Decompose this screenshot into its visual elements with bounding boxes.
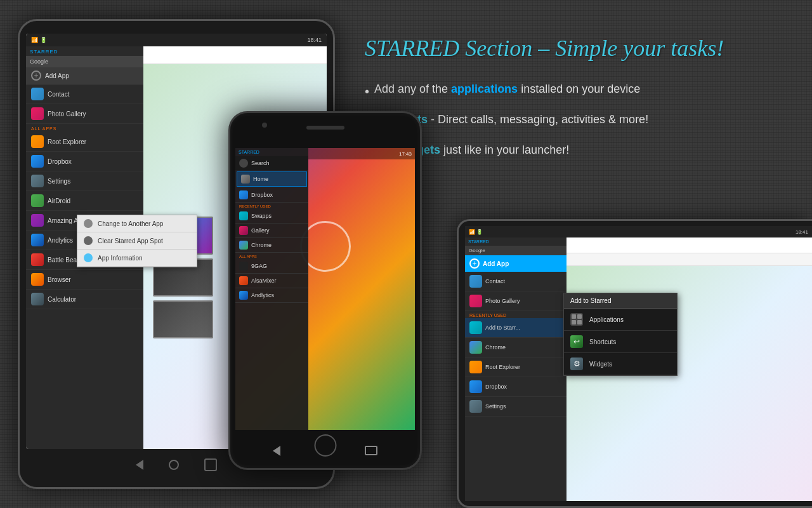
phone-swapps-label: Swapps — [251, 213, 272, 219]
dropdown-shortcuts[interactable]: ↩ Shortcuts — [564, 331, 677, 353]
bullet-widgets: • Add widgets just like in your launcher… — [365, 142, 799, 161]
right-starred-label: STARRED — [465, 237, 566, 246]
sidebar-root[interactable]: Root Explorer — [26, 132, 143, 152]
right-photo-label: Photo Gallery — [485, 298, 520, 304]
phone-dropbox-row[interactable]: Dropbox — [235, 188, 308, 203]
context-app-info[interactable]: App Information — [77, 250, 197, 267]
thumbnail-3 — [153, 300, 213, 338]
right-recently-label: RECENTLY USED — [465, 311, 566, 318]
phone-swapps-row[interactable]: Swapps — [235, 209, 308, 224]
recent-button[interactable] — [204, 458, 217, 471]
right-status-time: 18:41 — [796, 229, 808, 235]
plus-icon: + — [31, 70, 41, 81]
phone-all-apps-label: ALL APPS — [235, 253, 308, 259]
browser-label: Browser — [48, 276, 71, 283]
back-button[interactable] — [136, 460, 143, 470]
status-time-left: 18:41 — [307, 37, 322, 43]
right-contact-item[interactable]: Contact — [465, 272, 566, 291]
phone-swapps-icon — [239, 211, 248, 220]
phone-starred-label: STARRED — [235, 148, 308, 156]
dropdown-applications[interactable]: Applications — [564, 309, 677, 331]
sidebar-browser[interactable]: Browser — [26, 270, 143, 290]
phone-search-icon — [239, 159, 248, 168]
right-tablet: 📶 🔋 18:41 www.google.com Search Images M… — [457, 219, 812, 508]
phone-andlytics-icon — [239, 291, 248, 300]
sidebar-contact[interactable]: Contact — [26, 84, 143, 104]
phone-home-btn[interactable] — [314, 434, 336, 457]
shortcuts-icon: ↩ — [570, 335, 583, 348]
right-add-app-label: Add App — [483, 260, 509, 267]
phone-screen: 17:43 STARRED Search Home Dropbox RECENT… — [235, 148, 415, 430]
phone-gallery-row[interactable]: Gallery — [235, 224, 308, 238]
applications-highlight: applications — [451, 83, 518, 95]
phone-9gag-row[interactable]: 9GAG — [235, 259, 308, 274]
clear-spot-icon — [84, 236, 93, 245]
phone-search-row[interactable]: Search — [235, 156, 308, 170]
right-add-app-btn[interactable]: + Add App — [465, 255, 566, 272]
applications-label: Applications — [589, 316, 624, 323]
phone-recent-btn[interactable] — [365, 446, 377, 455]
app-info-icon — [84, 253, 93, 262]
right-status-bar: 📶 🔋 18:41 — [465, 226, 812, 237]
add-app-label: Add App — [45, 72, 69, 79]
dropdown-widgets[interactable]: ⚙ Widgets — [564, 353, 677, 375]
airdroid-icon — [31, 194, 44, 207]
dropdown-header: Add to Starred — [564, 293, 677, 309]
context-clear-spot[interactable]: Clear Starred App Spot — [77, 232, 197, 250]
settings-icon — [31, 175, 44, 187]
left-add-app[interactable]: + Add App — [26, 67, 143, 84]
right-plus-icon: + — [469, 258, 480, 269]
left-google-text: Google — [30, 58, 48, 65]
phone-9gag-label: 9GAG — [251, 263, 267, 269]
sidebar-settings[interactable]: Settings — [26, 171, 143, 191]
applications-icon — [570, 313, 583, 326]
phone-alsa-icon — [239, 276, 248, 285]
shortcuts-label: Shortcuts — [589, 338, 616, 345]
sidebar-photo-gallery[interactable]: Photo Gallery — [26, 104, 143, 124]
right-root-label: Root Explorer — [485, 364, 520, 370]
root-icon — [31, 135, 44, 148]
phone-home-icon — [241, 175, 250, 184]
phone-camera — [262, 123, 267, 128]
airdroid-label: AirDroid — [48, 197, 70, 204]
contact-icon — [31, 88, 44, 100]
andlytics-icon — [31, 234, 44, 246]
phone-dropbox-label: Dropbox — [251, 192, 273, 198]
phone-chrome-label: Chrome — [251, 242, 272, 248]
right-photo-gallery-item[interactable]: Photo Gallery — [465, 291, 566, 311]
center-phone: 17:43 STARRED Search Home Dropbox RECENT… — [228, 111, 422, 470]
phone-search-label: Search — [251, 160, 270, 166]
right-dropbox-icon — [469, 380, 482, 393]
right-add-to-starred-item[interactable]: Add to Starr... — [465, 318, 566, 338]
sidebar-dropbox[interactable]: Dropbox — [26, 152, 143, 171]
sidebar-airdroid[interactable]: AirDroid — [26, 191, 143, 211]
browser-icon — [31, 273, 44, 286]
change-app-icon — [84, 219, 93, 228]
left-starred-label: STARRED — [26, 46, 143, 56]
right-dropbox-item[interactable]: Dropbox — [465, 377, 566, 397]
right-settings-item[interactable]: Settings — [465, 397, 566, 417]
home-button[interactable] — [169, 460, 179, 470]
right-chrome-item[interactable]: Chrome — [465, 338, 566, 358]
sidebar-calc[interactable]: Calculator — [26, 290, 143, 309]
app-info-label: App Information — [98, 255, 143, 262]
dropbox-label: Dropbox — [48, 158, 72, 165]
phone-andlytics-row[interactable]: Andlytics — [235, 288, 308, 303]
left-sidebar: STARRED Google + Add App Contact Photo G… — [26, 46, 143, 449]
phone-sidebar: STARRED Search Home Dropbox RECENTLY USE… — [235, 148, 308, 430]
context-menu: Change to Another App Clear Starred App … — [77, 215, 197, 267]
phone-home-row[interactable]: Home — [237, 171, 307, 187]
context-change-app[interactable]: Change to Another App — [77, 215, 197, 232]
phone-chrome-row[interactable]: Chrome — [235, 238, 308, 253]
phone-back-btn[interactable] — [273, 446, 280, 456]
change-app-label: Change to Another App — [98, 220, 163, 227]
right-tablet-screen: 📶 🔋 18:41 www.google.com Search Images M… — [465, 226, 812, 501]
right-root-item[interactable]: Root Explorer — [465, 358, 566, 377]
contact-label: Contact — [48, 91, 69, 98]
phone-nav-bar — [230, 433, 420, 468]
phone-9gag-icon — [239, 262, 248, 271]
text-section: STARRED Section – Simple your tasks! • A… — [365, 35, 799, 173]
phone-alsa-row[interactable]: AlsaMixer — [235, 274, 308, 288]
bullet-1-text: Add any of the applications installed on… — [374, 81, 640, 97]
phone-recently-label: RECENTLY USED — [235, 203, 308, 209]
